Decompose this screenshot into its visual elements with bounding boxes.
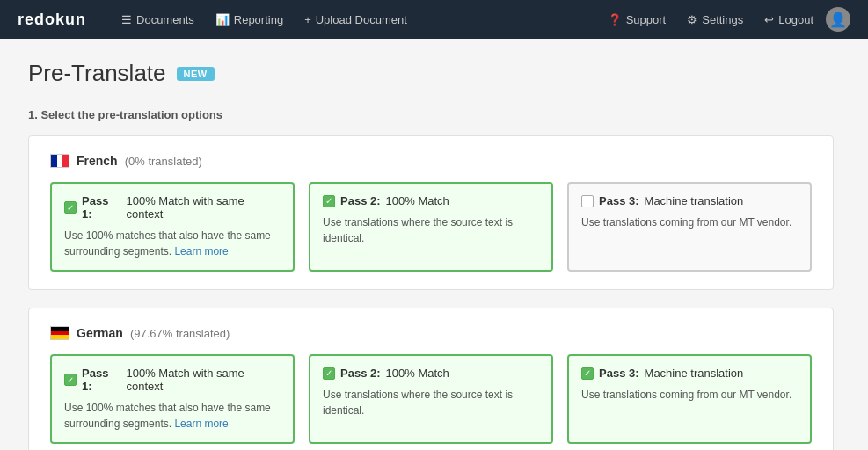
pass-body-german-pass3: Use translations coming from our MT vend… <box>581 387 798 403</box>
pass-card-french-pass1[interactable]: ✓Pass 1: 100% Match with same contextUse… <box>50 182 295 272</box>
pass-header-french-pass1: ✓Pass 1: 100% Match with same context <box>64 194 281 221</box>
page-title: Pre-Translate <box>28 60 166 87</box>
nav-left: ☰ Documents 📊 Reporting + Upload Documen… <box>113 10 599 30</box>
pass-body-german-pass2: Use translations where the source text i… <box>323 387 539 418</box>
brand-logo: redokun <box>18 11 86 29</box>
pass-body-french-pass1: Use 100% matches that also have the same… <box>64 228 281 259</box>
language-header-german: German (97.67% translated) <box>50 326 812 340</box>
pass-body-french-pass3: Use translations coming from our MT vend… <box>581 214 798 230</box>
pass-label-german-pass1: Pass 1: <box>82 367 120 393</box>
pass-name-french-pass1: 100% Match with same context <box>126 194 281 221</box>
pass-header-french-pass3: Pass 3: Machine translation <box>581 194 798 207</box>
section-title: 1. Select the pre-translation options <box>28 108 834 121</box>
nav-right: ❓ Support ⚙ Settings ↩ Logout 👤 <box>599 7 850 32</box>
nav-reporting[interactable]: 📊 Reporting <box>207 10 292 30</box>
language-percent-french: (0% translated) <box>125 155 202 168</box>
pass-card-german-pass3[interactable]: ✓Pass 3: Machine translationUse translat… <box>567 354 812 444</box>
pass-learn-more-french-pass1[interactable]: Learn more <box>174 245 228 258</box>
nav-support[interactable]: ❓ Support <box>599 10 675 30</box>
language-name-german: German <box>77 326 123 340</box>
pass-learn-more-german-pass1[interactable]: Learn more <box>174 417 228 430</box>
support-icon: ❓ <box>608 13 622 26</box>
pass-header-german-pass1: ✓Pass 1: 100% Match with same context <box>64 367 281 393</box>
pass-name-french-pass2: 100% Match <box>386 194 449 207</box>
upload-icon: + <box>304 13 311 26</box>
reporting-icon: 📊 <box>215 13 230 26</box>
user-avatar[interactable]: 👤 <box>826 7 850 32</box>
passes-row-french: ✓Pass 1: 100% Match with same contextUse… <box>50 182 812 272</box>
pass-checkbox-german-pass2[interactable]: ✓ <box>323 367 335 380</box>
language-block-french: French (0% translated)✓Pass 1: 100% Matc… <box>28 135 834 290</box>
new-badge: NEW <box>177 67 215 81</box>
pass-checkbox-french-pass2[interactable]: ✓ <box>323 195 335 207</box>
pass-name-french-pass3: Machine translation <box>645 194 744 207</box>
pass-checkbox-german-pass3[interactable]: ✓ <box>581 367 594 380</box>
settings-icon: ⚙ <box>687 13 697 26</box>
main-content: Pre-Translate NEW 1. Select the pre-tran… <box>0 39 862 450</box>
pass-name-german-pass1: 100% Match with same context <box>126 367 281 393</box>
page-title-row: Pre-Translate NEW <box>28 60 834 87</box>
nav-upload[interactable]: + Upload Document <box>295 10 416 30</box>
languages-container: French (0% translated)✓Pass 1: 100% Matc… <box>28 135 834 450</box>
nav-documents[interactable]: ☰ Documents <box>113 10 203 30</box>
pass-card-french-pass3[interactable]: Pass 3: Machine translationUse translati… <box>567 182 812 272</box>
pass-body-german-pass1: Use 100% matches that also have the same… <box>64 400 281 432</box>
pass-card-french-pass2[interactable]: ✓Pass 2: 100% MatchUse translations wher… <box>309 182 553 272</box>
pass-header-german-pass3: ✓Pass 3: Machine translation <box>581 367 798 380</box>
pass-name-german-pass3: Machine translation <box>645 367 744 380</box>
nav-settings[interactable]: ⚙ Settings <box>678 10 752 30</box>
pass-checkbox-french-pass1[interactable]: ✓ <box>64 201 77 214</box>
passes-row-german: ✓Pass 1: 100% Match with same contextUse… <box>50 354 812 444</box>
nav-logout[interactable]: ↩ Logout <box>755 10 822 30</box>
pass-header-german-pass2: ✓Pass 2: 100% Match <box>323 367 539 380</box>
pass-label-french-pass2: Pass 2: <box>340 194 381 207</box>
logout-icon: ↩ <box>764 13 774 26</box>
pass-label-french-pass3: Pass 3: <box>599 194 639 207</box>
pass-name-german-pass2: 100% Match <box>386 367 449 380</box>
pass-checkbox-german-pass1[interactable]: ✓ <box>64 374 77 386</box>
pass-label-french-pass1: Pass 1: <box>82 194 120 221</box>
flag-french <box>50 154 69 168</box>
language-header-french: French (0% translated) <box>50 154 812 168</box>
navbar: redokun ☰ Documents 📊 Reporting + Upload… <box>0 0 868 39</box>
language-percent-german: (97.67% translated) <box>130 327 230 340</box>
pass-label-german-pass3: Pass 3: <box>599 367 639 380</box>
documents-icon: ☰ <box>121 13 132 26</box>
pass-card-german-pass2[interactable]: ✓Pass 2: 100% MatchUse translations wher… <box>309 354 553 444</box>
pass-checkbox-french-pass3[interactable] <box>581 195 594 207</box>
pass-header-french-pass2: ✓Pass 2: 100% Match <box>323 194 539 207</box>
language-name-french: French <box>77 154 118 168</box>
language-block-german: German (97.67% translated)✓Pass 1: 100% … <box>28 308 834 450</box>
pass-label-german-pass2: Pass 2: <box>340 367 381 380</box>
pass-card-german-pass1[interactable]: ✓Pass 1: 100% Match with same contextUse… <box>50 354 295 444</box>
pass-body-french-pass2: Use translations where the source text i… <box>323 214 539 246</box>
flag-german <box>50 326 69 340</box>
